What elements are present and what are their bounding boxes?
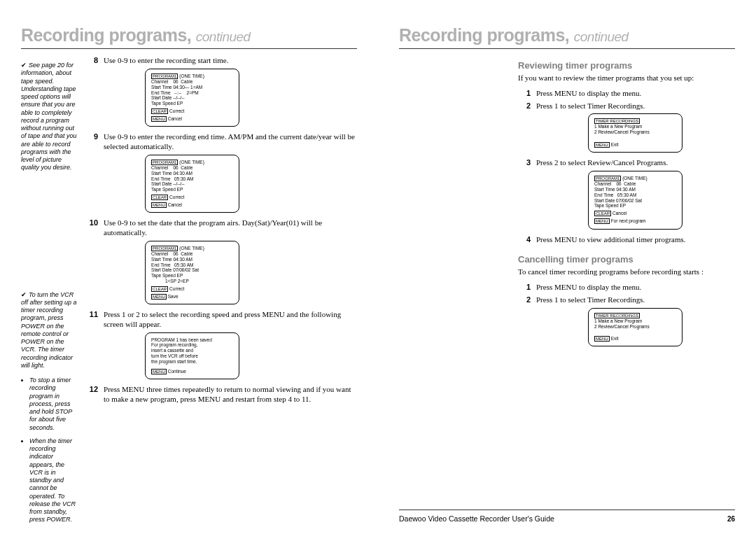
footer-right: Daewoo Video Cassette Recorder User's Gu… [399, 510, 735, 523]
step-text: Use 0-9 to enter the recording end time.… [104, 132, 357, 152]
title-main: Recording programs, [399, 25, 569, 45]
sidebar-note-2: To turn the VCR off after setting up a t… [21, 291, 77, 370]
sidebar-bullets: To stop a timer recording program in pro… [29, 377, 77, 524]
footer-guide: Daewoo Video Cassette Recorder User's Gu… [399, 514, 554, 523]
step-number: 10 [85, 218, 98, 227]
step-number: 12 [85, 385, 98, 393]
step-r4: 4 Press MENU to view additional timer pr… [518, 235, 735, 245]
step-text: Press 1 or 2 to select the recording spe… [104, 310, 357, 330]
step-8: 8 Use 0-9 to enter the recording start t… [85, 56, 357, 66]
page-title-left: Recording programs, continued [21, 25, 357, 49]
subhead-reviewing: Reviewing timer programs [518, 60, 735, 71]
sidebar-bullet: To stop a timer recording program in pro… [29, 377, 77, 432]
step-r1: 1 Press MENU to display the menu. [518, 89, 735, 99]
step-c2: 2 Press 1 to select Timer Recordings. [518, 295, 735, 305]
step-9: 9 Use 0-9 to enter the recording end tim… [85, 132, 357, 152]
main-right: Reviewing timer programs If you want to … [518, 56, 735, 505]
intro-cancelling: To cancel timer recording programs befor… [518, 267, 735, 277]
content-right: Reviewing timer programs If you want to … [399, 56, 735, 505]
sidebar-bullet: When the timer recording indicator appea… [29, 437, 77, 524]
step-number: 11 [85, 310, 98, 318]
main-left: 8 Use 0-9 to enter the recording start t… [85, 56, 357, 530]
sidebar-note-1: See page 20 for information, about tape … [21, 62, 77, 172]
screen-10: PROGRAM1 (ONE TIME) Channel 06 Cable Sta… [145, 241, 239, 304]
sidebar-left: See page 20 for information, about tape … [21, 56, 77, 530]
step-10: 10 Use 0-9 to set the date that the prog… [85, 218, 357, 238]
step-r3: 3 Press 2 to select Review/Cancel Progra… [518, 158, 735, 168]
title-main: Recording programs, [21, 25, 191, 45]
step-text: Press MENU three times repeatedly to ret… [104, 385, 357, 405]
title-continued: continued [196, 29, 251, 44]
step-r2: 2 Press 1 to select Timer Recordings. [518, 101, 735, 111]
screen-9: PROGRAM1 (ONE TIME) Channel 06 Cable Sta… [145, 155, 239, 213]
screen-8: PROGRAM1 (ONE TIME) Channel 06 Cable Sta… [145, 69, 239, 127]
page-left: Recording programs, continued See page 2… [0, 0, 378, 534]
intro-reviewing: If you want to review the timer programs… [518, 73, 735, 83]
step-number: 9 [85, 132, 98, 141]
screen-11: PROGRAM 1 has been saved For program rec… [145, 332, 239, 379]
step-c1: 1 Press MENU to display the menu. [518, 283, 735, 293]
screen-timer-1: TIMER RECORDINGS 1 Make a New Program 2 … [588, 113, 682, 153]
step-11: 11 Press 1 or 2 to select the recording … [85, 310, 357, 330]
step-12: 12 Press MENU three times repeatedly to … [85, 385, 357, 405]
screen-timer-2: TIMER RECORDINGS 1 Make a New Program 2 … [588, 308, 682, 347]
content-left: See page 20 for information, about tape … [21, 56, 357, 530]
screen-program-review: PROGRAM1 (ONE TIME) Channel 06 Cable Sta… [588, 171, 682, 230]
page-number: 26 [727, 515, 735, 523]
page-right: Recording programs, continued Reviewing … [378, 0, 756, 534]
step-text: Use 0-9 to set the date that the program… [104, 218, 357, 238]
step-number: 8 [85, 56, 98, 64]
page-title-right: Recording programs, continued [399, 25, 735, 49]
subhead-cancelling: Cancelling timer programs [518, 254, 735, 265]
title-continued: continued [574, 29, 629, 44]
step-text: Use 0-9 to enter the recording start tim… [104, 56, 228, 66]
